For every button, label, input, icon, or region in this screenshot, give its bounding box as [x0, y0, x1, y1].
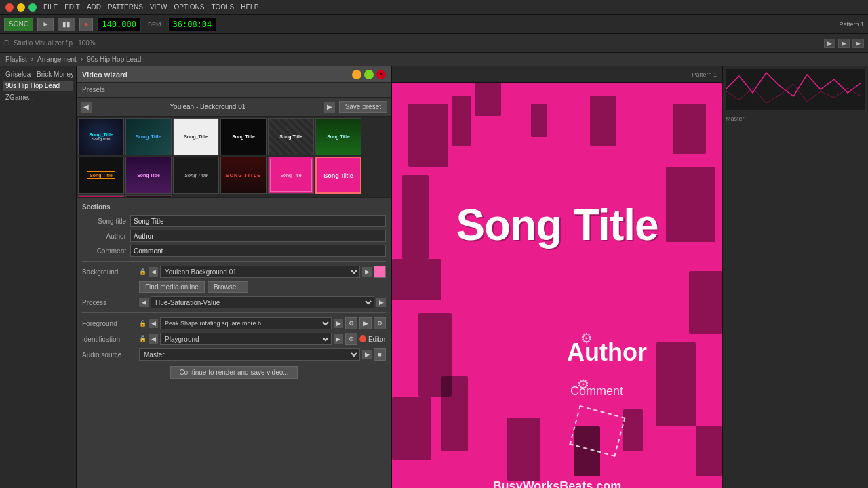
menu-item-add[interactable]: ADD [87, 3, 101, 11]
preview-canvas[interactable]: Song Title Author ⚙ Comment ⚙ BusyWorksB… [392, 83, 722, 488]
sidebar: Griselda - Brick Money 90s Hip Hop Lead … [0, 66, 77, 488]
identification-icon-btn[interactable]: ⚙ [345, 333, 357, 345]
bc-arrangement[interactable]: Arrangement [37, 56, 77, 63]
divider-2 [82, 312, 386, 313]
thumb-7[interactable]: Song Title [125, 157, 172, 194]
bc-lead[interactable]: 90s Hip Hop Lead [87, 56, 141, 63]
foreground-play-btn[interactable]: ▶ [359, 317, 372, 329]
identification-control: 🔒 ◀ Playground ▶ ⚙ Editor [139, 333, 386, 345]
comment-input[interactable] [130, 245, 386, 257]
thumb-8[interactable]: Song Title [173, 157, 219, 194]
foreground-settings-btn[interactable]: ⚙ [345, 317, 357, 329]
foreground-extra-btn[interactable]: ⚙ [374, 317, 386, 329]
identification-red-dot [359, 336, 366, 342]
presets-bar: Presets [77, 83, 391, 98]
process-next-btn[interactable]: ▶ [376, 298, 386, 307]
background-control: 🔒 ◀ Youlean Background 01 ▶ [139, 266, 386, 278]
menu-item-help[interactable]: HELP [241, 3, 258, 11]
playlist-btn[interactable]: ▶ [824, 39, 835, 48]
song-mode-btn[interactable]: SONG [4, 18, 33, 31]
identification-next-btn[interactable]: ▶ [334, 334, 343, 344]
play-btn[interactable]: ► [37, 18, 54, 31]
piano-roll-btn[interactable]: ▶ [852, 39, 864, 48]
thumb-5[interactable]: Song Title [315, 118, 361, 155]
audio-play-btn[interactable]: ▶ [362, 350, 372, 359]
sidebar-item-hiphop-lead[interactable]: 90s Hip Hop Lead [3, 81, 73, 91]
video-wizard-panel: Video wizard ✕ Presets ◀ Youlean - Backg… [77, 66, 392, 488]
time-display: 36:08:04 [168, 18, 217, 31]
bc-playlist[interactable]: Playlist [5, 56, 27, 63]
waveform-panel: Master [722, 66, 868, 488]
thumb-0[interactable]: Song_Title Song title [78, 118, 124, 155]
bpm-label: BPM [148, 21, 161, 28]
presets-label: Presets [82, 86, 105, 94]
author-label: Author [82, 232, 126, 240]
waveform-svg [726, 69, 865, 110]
bc-sep2: › [81, 56, 83, 63]
wizard-window-controls: ✕ [352, 70, 386, 79]
process-select[interactable]: Hue-Saturation-Value [151, 296, 374, 308]
editor-label: Editor [368, 336, 386, 343]
browse-btn[interactable]: Browse... [208, 281, 248, 293]
identification-select[interactable]: Playground [160, 333, 332, 345]
find-media-btn[interactable]: Find media online [139, 281, 205, 293]
identification-prev-btn[interactable]: ◀ [149, 334, 158, 344]
thumb-6[interactable]: Song Title [78, 157, 124, 194]
process-label: Process [82, 299, 136, 306]
stop-btn[interactable]: ▮▮ [58, 18, 75, 31]
wizard-close[interactable]: ✕ [376, 70, 386, 79]
thumb-4[interactable]: Song Title [268, 118, 314, 155]
foreground-prev-btn[interactable]: ◀ [149, 319, 158, 328]
record-btn[interactable]: ● [79, 18, 93, 31]
background-color-swatch[interactable] [374, 266, 386, 278]
menu-item-tools[interactable]: TOOLS [211, 3, 234, 11]
thumb-1[interactable]: Song Title [125, 118, 172, 155]
sidebar-item-brick-money[interactable]: Griselda - Brick Money [3, 69, 73, 79]
menu-item-options[interactable]: OPTIONS [174, 3, 204, 11]
process-prev-btn[interactable]: ◀ [139, 298, 149, 307]
identification-row: Identification 🔒 ◀ Playground ▶ ⚙ Editor [82, 333, 386, 345]
breadcrumb: Playlist › Arrangement › 90s Hip Hop Lea… [0, 53, 868, 66]
busyworks-watermark: BusyWorksBeats.com [493, 479, 622, 488]
foreground-select[interactable]: Peak Shape rotating square more b... [160, 317, 332, 329]
wizard-sections: Sections Song title Author Comment Backg… [77, 198, 391, 488]
preset-current: Youlean - Background 01 [96, 103, 320, 110]
song-title-input[interactable] [130, 215, 386, 227]
close-btn[interactable] [5, 3, 14, 12]
sidebar-item-zgame[interactable]: ZGame... [3, 92, 73, 102]
audio-stop-btn[interactable]: ■ [374, 348, 386, 361]
background-row: Background 🔒 ◀ Youlean Background 01 ▶ [82, 266, 386, 278]
menu-item-patterns[interactable]: PATTERNS [108, 3, 143, 11]
process-control: ◀ Hue-Saturation-Value ▶ [139, 296, 386, 308]
thumb-11[interactable]: Song Title [315, 157, 361, 194]
minimize-btn[interactable] [17, 3, 25, 12]
song-title-label: Song title [82, 218, 126, 225]
save-preset-btn[interactable]: Save preset [339, 101, 387, 113]
waveform-label: Master [723, 113, 868, 125]
audio-source-select[interactable]: Master [139, 348, 360, 361]
render-btn[interactable]: Continue to render and save video... [170, 366, 297, 379]
background-prev-btn[interactable]: ◀ [149, 267, 158, 277]
audio-source-label: Audio source [82, 351, 136, 359]
foreground-next-btn[interactable]: ▶ [334, 319, 343, 328]
thumb-9[interactable]: Song Title [220, 157, 267, 194]
background-select[interactable]: Youlean Background 01 [160, 266, 360, 278]
thumb-3[interactable]: Song Title [220, 118, 267, 155]
menu-item-view[interactable]: VIEW [150, 3, 167, 11]
process-row: Process ◀ Hue-Saturation-Value ▶ [82, 296, 386, 308]
background-next-btn[interactable]: ▶ [362, 267, 372, 277]
mixer-btn[interactable]: ▶ [838, 39, 850, 48]
menu-item-file[interactable]: FILE [43, 3, 58, 11]
wizard-maximize[interactable] [364, 70, 374, 79]
thumb-10[interactable]: Song Title [268, 157, 314, 194]
wizard-minimize[interactable] [352, 70, 361, 79]
maximize-btn[interactable] [28, 3, 37, 12]
audio-source-control: Master ▶ ■ [139, 348, 386, 361]
thumb-2[interactable]: Song_Title [173, 118, 219, 155]
author-input[interactable] [130, 230, 386, 242]
menu-item-edit[interactable]: EDIT [64, 3, 80, 11]
preset-next-btn[interactable]: ▶ [324, 102, 335, 113]
preset-prev-btn[interactable]: ◀ [81, 102, 92, 113]
traffic-lights [5, 3, 37, 12]
identification-lock-icon: 🔒 [139, 336, 146, 342]
